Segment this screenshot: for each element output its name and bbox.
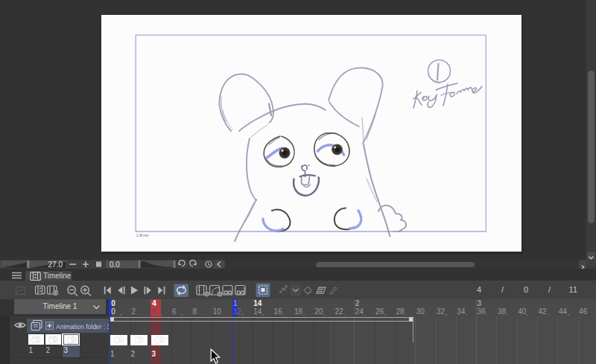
svg-text:27.0: 27.0 xyxy=(48,261,63,269)
svg-text:0: 0 xyxy=(524,285,528,294)
svg-text:1 till mm: 1 till mm xyxy=(136,234,149,237)
svg-text:0.0: 0.0 xyxy=(110,261,120,269)
svg-text:/: / xyxy=(548,285,551,294)
svg-text:4: 4 xyxy=(477,285,481,294)
svg-text:/: / xyxy=(501,285,504,294)
svg-text:11: 11 xyxy=(569,285,577,294)
